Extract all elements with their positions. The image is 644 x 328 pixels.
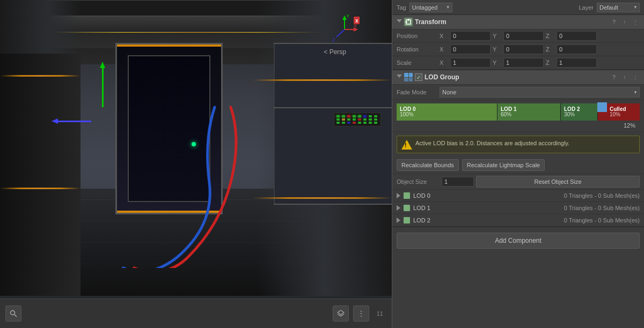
fade-mode-select-wrapper[interactable]: None Cross Fade Speed Tree ▼ [440, 87, 640, 98]
transform-header: Transform ? ↑ ⋮ [392, 15, 644, 29]
lod-group-pin-btn[interactable]: ↑ [620, 73, 629, 81]
scale-row: Scale X Y Z [392, 56, 644, 70]
svg-text:Y: Y [346, 13, 349, 19]
fade-mode-select[interactable]: None Cross Fade Speed Tree [440, 87, 640, 98]
scl-y-input[interactable] [503, 58, 544, 68]
position-fields: X Y Z [440, 31, 640, 41]
svg-marker-12 [338, 310, 344, 315]
lod0-segment[interactable]: LOD 0 100% [397, 103, 497, 121]
rot-x-input[interactable] [450, 44, 491, 54]
triangle-count: 11 [374, 310, 386, 317]
reset-object-size-btn[interactable]: Reset Object Size [476, 176, 640, 188]
scl-z-input[interactable] [557, 58, 597, 68]
perspective-label: < Persp [324, 48, 346, 56]
lod1-segment[interactable]: LOD 1 60% [497, 103, 560, 121]
rot-y-input[interactable] [503, 44, 544, 54]
transform-menu-btn[interactable]: ⋮ [631, 18, 640, 26]
toolbar-search-btn[interactable] [5, 305, 21, 322]
lod-group-tools: ? ↑ ⋮ [610, 73, 640, 81]
lod2-item-label: LOD 2 [413, 217, 561, 223]
lod2-item-toggle[interactable] [397, 218, 400, 223]
lod-group-icon [404, 73, 413, 81]
toolbar-menu-btn[interactable]: ⋮ [353, 305, 369, 322]
transform-y-handle[interactable] [102, 64, 104, 107]
pos-z-axis: Z [546, 33, 553, 39]
transform-component: Transform ? ↑ ⋮ Position X Y Z Rotation [392, 15, 644, 70]
svg-text:Z: Z [332, 37, 335, 42]
lod-group-component: ✓ LOD Group ? ↑ ⋮ Fade Mode None Cross F… [392, 70, 644, 227]
tag-select[interactable]: Untagged [409, 3, 452, 12]
recalculate-bounds-btn[interactable]: Recalculate Bounds [397, 159, 459, 171]
lod1-pct: 60% [501, 112, 511, 117]
tag-label: Tag [397, 4, 406, 11]
scale-fields: X Y Z [440, 58, 640, 68]
scene-viewport[interactable]: Y X Z x < Persp ⋮ 11 [0, 0, 392, 328]
lod2-item-row: LOD 2 0 Triangles - 0 Sub Mesh(es) [392, 214, 644, 227]
add-component-container: Add Component [392, 227, 644, 254]
object-size-row: Object Size Reset Object Size [392, 174, 644, 190]
lod2-segment[interactable]: LOD 2 30% [561, 103, 597, 121]
object-size-input[interactable] [442, 177, 474, 187]
position-label: Position [397, 33, 440, 39]
pos-x-axis: X [440, 33, 447, 39]
rotation-row: Rotation X Y Z [392, 43, 644, 56]
svg-text:x: x [355, 18, 358, 24]
svg-marker-17 [604, 105, 606, 110]
tag-select-wrapper[interactable]: Untagged ▼ [409, 3, 452, 12]
wall-left [0, 0, 80, 296]
layer-select[interactable]: Default [597, 3, 640, 12]
transform-help-btn[interactable]: ? [610, 18, 618, 26]
rot-x-axis: X [440, 46, 447, 53]
lod-current-pct: 12% [397, 121, 640, 129]
rot-z-input[interactable] [557, 44, 597, 54]
lod2-item-dot [404, 217, 410, 223]
transform-x-handle[interactable] [54, 121, 91, 122]
lod0-item-dot [404, 192, 410, 199]
lod0-item-row: LOD 0 0 Triangles - 0 Sub Mesh(es) [392, 190, 644, 202]
object-size-label: Object Size [397, 178, 440, 185]
lod0-item-info: 0 Triangles - 0 Sub Mesh(es) [564, 192, 640, 199]
transform-tools: ? ↑ ⋮ [610, 18, 640, 26]
lod1-item-info: 0 Triangles - 0 Sub Mesh(es) [564, 205, 640, 211]
rotation-fields: X Y Z [440, 44, 640, 54]
lod0-item-toggle[interactable] [397, 193, 400, 198]
transform-fold-arrow[interactable] [397, 19, 402, 25]
lod-warning-box: Active LOD bias is 2.0. Distances are ad… [397, 136, 640, 153]
cables [80, 96, 268, 268]
orientation-gizmo[interactable]: Y X Z x [330, 13, 360, 43]
toolbar-layers-btn[interactable] [333, 305, 349, 322]
svg-line-6 [336, 29, 345, 37]
wall-right [258, 0, 392, 296]
add-component-button[interactable]: Add Component [397, 233, 640, 249]
viewport-toolbar: ⋮ 11 [0, 299, 392, 328]
lod0-pct: 100% [400, 112, 414, 117]
pos-x-input[interactable] [450, 31, 491, 41]
transform-title: Transform [415, 18, 608, 26]
scl-x-axis: X [440, 59, 447, 66]
scl-y-axis: Y [493, 59, 500, 66]
lod-culled-handle[interactable] [597, 102, 607, 112]
transform-icon [404, 18, 413, 26]
transform-pin-btn[interactable]: ↑ [620, 18, 629, 26]
lod1-item-toggle[interactable] [397, 205, 400, 211]
recalculate-buttons-row: Recalculate Bounds Recalculate Lightmap … [392, 156, 644, 174]
lod1-item-row: LOD 1 0 Triangles - 0 Sub Mesh(es) [392, 202, 644, 214]
scale-label: Scale [397, 59, 440, 66]
scl-z-axis: Z [546, 59, 553, 66]
recalculate-lightmap-btn[interactable]: Recalculate Lightmap Scale [462, 159, 545, 171]
rot-y-axis: Y [493, 46, 500, 53]
position-row: Position X Y Z [392, 29, 644, 43]
lod-group-help-btn[interactable]: ? [610, 73, 618, 81]
fade-mode-label: Fade Mode [397, 89, 440, 95]
layer-select-wrapper[interactable]: Default ▼ [597, 3, 640, 12]
fade-mode-row: Fade Mode None Cross Fade Speed Tree ▼ [392, 85, 644, 100]
lod-group-header: ✓ LOD Group ? ↑ ⋮ [392, 70, 644, 85]
scl-x-input[interactable] [450, 58, 491, 68]
pos-y-input[interactable] [503, 31, 544, 41]
lod-group-menu-btn[interactable]: ⋮ [631, 73, 640, 81]
pos-z-input[interactable] [557, 31, 597, 41]
culled-segment[interactable]: Culled 10% [598, 103, 640, 121]
lod-group-enable-checkbox[interactable]: ✓ [415, 73, 422, 81]
lod-group-fold-arrow[interactable] [397, 74, 402, 80]
lod-bar[interactable]: LOD 0 100% LOD 1 60% LOD 2 30% [397, 103, 640, 121]
